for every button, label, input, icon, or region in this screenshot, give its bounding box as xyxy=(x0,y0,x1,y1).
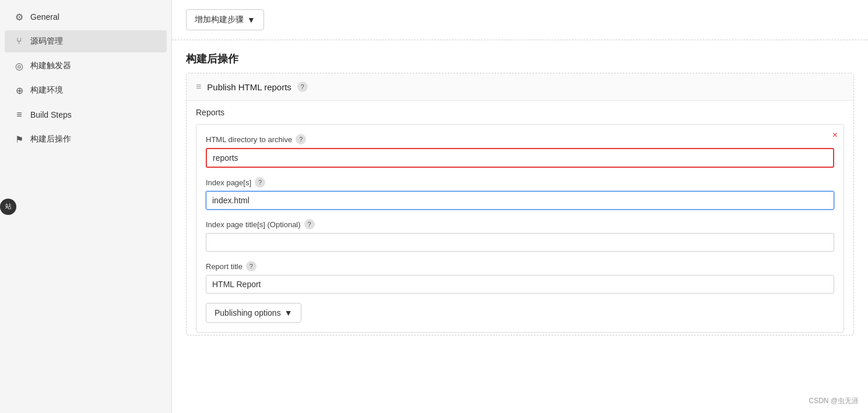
index-pages-help-icon[interactable]: ? xyxy=(255,177,265,188)
html-directory-group: HTML directory to archive ? xyxy=(206,134,834,168)
index-page-title-group: Index page title[s] (Optional) ? xyxy=(206,219,834,252)
index-pages-label: Index page[s] ? xyxy=(206,177,834,188)
post-build-icon: ⚑ xyxy=(14,134,24,144)
card-help-icon[interactable]: ? xyxy=(297,82,308,92)
sidebar-item-source-control[interactable]: ⑂ 源码管理 xyxy=(5,30,167,52)
inner-card: × HTML directory to archive ? Index page… xyxy=(196,124,844,333)
sidebar-item-label: 源码管理 xyxy=(30,36,63,47)
publishing-options-label: Publishing options xyxy=(215,308,281,317)
source-control-icon: ⑂ xyxy=(14,36,24,47)
report-title-help-icon[interactable]: ? xyxy=(246,261,256,271)
general-icon: ⚙ xyxy=(14,12,24,22)
report-title-input[interactable] xyxy=(206,275,834,294)
drag-handle-icon[interactable]: ≡ xyxy=(196,82,201,92)
close-icon: × xyxy=(832,130,838,140)
sidebar-item-build-triggers[interactable]: ◎ 构建触发器 xyxy=(5,55,167,77)
build-steps-icon: ≡ xyxy=(14,110,24,120)
avatar[interactable]: 站 xyxy=(0,199,16,215)
post-build-section-header: 构建后操作 xyxy=(172,40,868,73)
sidebar: ⚙ General ⑂ 源码管理 ◎ 构建触发器 ⊕ 构建环境 ≡ Build … xyxy=(0,0,172,413)
html-directory-input[interactable] xyxy=(206,148,834,168)
report-title-group: Report title ? xyxy=(206,261,834,294)
section-title: 构建后操作 xyxy=(186,53,238,65)
build-env-icon: ⊕ xyxy=(14,85,24,96)
sidebar-item-label: 构建后操作 xyxy=(30,134,71,144)
sidebar-item-general[interactable]: ⚙ General xyxy=(5,6,167,28)
publishing-options-button[interactable]: Publishing options ▼ xyxy=(206,303,301,323)
publishing-options-chevron-icon: ▼ xyxy=(284,308,293,317)
index-page-title-label: Index page title[s] (Optional) ? xyxy=(206,219,834,230)
add-build-step-button[interactable]: 增加构建步骤 ▼ xyxy=(186,9,264,30)
index-pages-group: Index page[s] ? xyxy=(206,177,834,210)
build-triggers-icon: ◎ xyxy=(14,61,24,71)
avatar-label: 站 xyxy=(5,202,12,211)
sidebar-item-label: 构建触发器 xyxy=(30,61,71,71)
top-bar: 增加构建步骤 ▼ xyxy=(172,0,868,40)
report-title-label: Report title ? xyxy=(206,261,834,271)
footer-note: CSDN @虫无涯 xyxy=(809,396,859,406)
main-content: 增加构建步骤 ▼ 构建后操作 ≡ Publish HTML reports ? … xyxy=(172,0,868,413)
dropdown-icon: ▼ xyxy=(247,15,255,24)
card-title: Publish HTML reports xyxy=(207,82,291,92)
index-page-title-input[interactable] xyxy=(206,233,834,252)
add-step-label: 增加构建步骤 xyxy=(195,15,244,25)
close-button[interactable]: × xyxy=(832,130,838,140)
sidebar-item-label: 构建环境 xyxy=(30,85,63,96)
html-directory-help-icon[interactable]: ? xyxy=(296,134,306,144)
sidebar-item-build-env[interactable]: ⊕ 构建环境 xyxy=(5,79,167,101)
sidebar-item-label: Build Steps xyxy=(30,110,72,119)
sidebar-item-post-build[interactable]: ⚑ 构建后操作 xyxy=(5,128,167,150)
sidebar-item-build-steps[interactable]: ≡ Build Steps xyxy=(5,104,167,126)
sidebar-item-label: General xyxy=(30,12,59,22)
card-header: ≡ Publish HTML reports ? xyxy=(187,73,853,101)
reports-label: Reports xyxy=(187,101,853,122)
index-page-title-help-icon[interactable]: ? xyxy=(304,219,315,230)
html-directory-label: HTML directory to archive ? xyxy=(206,134,834,144)
publish-html-card: ≡ Publish HTML reports ? Reports × HTML … xyxy=(186,73,854,336)
index-pages-input[interactable] xyxy=(206,191,834,210)
